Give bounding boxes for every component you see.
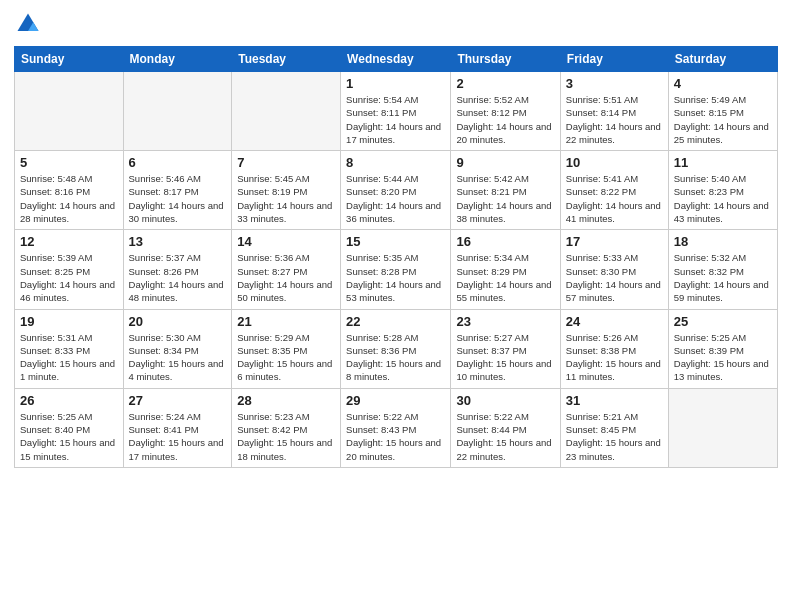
day-number: 30 — [456, 393, 554, 408]
day-info: Sunrise: 5:48 AM Sunset: 8:16 PM Dayligh… — [20, 172, 118, 225]
calendar-cell: 11Sunrise: 5:40 AM Sunset: 8:23 PM Dayli… — [668, 151, 777, 230]
day-info: Sunrise: 5:32 AM Sunset: 8:32 PM Dayligh… — [674, 251, 772, 304]
day-number: 31 — [566, 393, 663, 408]
calendar-cell: 19Sunrise: 5:31 AM Sunset: 8:33 PM Dayli… — [15, 309, 124, 388]
weekday-header-friday: Friday — [560, 47, 668, 72]
weekday-header-wednesday: Wednesday — [341, 47, 451, 72]
calendar-cell: 23Sunrise: 5:27 AM Sunset: 8:37 PM Dayli… — [451, 309, 560, 388]
calendar-cell: 10Sunrise: 5:41 AM Sunset: 8:22 PM Dayli… — [560, 151, 668, 230]
calendar-table: SundayMondayTuesdayWednesdayThursdayFrid… — [14, 46, 778, 468]
day-number: 9 — [456, 155, 554, 170]
calendar-cell: 21Sunrise: 5:29 AM Sunset: 8:35 PM Dayli… — [232, 309, 341, 388]
weekday-header-row: SundayMondayTuesdayWednesdayThursdayFrid… — [15, 47, 778, 72]
calendar-cell — [15, 72, 124, 151]
day-number: 7 — [237, 155, 335, 170]
day-number: 4 — [674, 76, 772, 91]
day-number: 21 — [237, 314, 335, 329]
calendar-cell: 6Sunrise: 5:46 AM Sunset: 8:17 PM Daylig… — [123, 151, 232, 230]
day-number: 22 — [346, 314, 445, 329]
day-info: Sunrise: 5:46 AM Sunset: 8:17 PM Dayligh… — [129, 172, 227, 225]
day-info: Sunrise: 5:21 AM Sunset: 8:45 PM Dayligh… — [566, 410, 663, 463]
day-number: 19 — [20, 314, 118, 329]
day-number: 26 — [20, 393, 118, 408]
calendar-cell: 15Sunrise: 5:35 AM Sunset: 8:28 PM Dayli… — [341, 230, 451, 309]
day-info: Sunrise: 5:41 AM Sunset: 8:22 PM Dayligh… — [566, 172, 663, 225]
calendar-cell: 27Sunrise: 5:24 AM Sunset: 8:41 PM Dayli… — [123, 388, 232, 467]
day-number: 18 — [674, 234, 772, 249]
calendar-cell: 9Sunrise: 5:42 AM Sunset: 8:21 PM Daylig… — [451, 151, 560, 230]
day-number: 6 — [129, 155, 227, 170]
day-info: Sunrise: 5:42 AM Sunset: 8:21 PM Dayligh… — [456, 172, 554, 225]
calendar-cell: 29Sunrise: 5:22 AM Sunset: 8:43 PM Dayli… — [341, 388, 451, 467]
day-number: 11 — [674, 155, 772, 170]
day-info: Sunrise: 5:36 AM Sunset: 8:27 PM Dayligh… — [237, 251, 335, 304]
week-row-1: 1Sunrise: 5:54 AM Sunset: 8:11 PM Daylig… — [15, 72, 778, 151]
day-number: 20 — [129, 314, 227, 329]
day-info: Sunrise: 5:33 AM Sunset: 8:30 PM Dayligh… — [566, 251, 663, 304]
calendar-cell: 25Sunrise: 5:25 AM Sunset: 8:39 PM Dayli… — [668, 309, 777, 388]
day-number: 28 — [237, 393, 335, 408]
day-info: Sunrise: 5:44 AM Sunset: 8:20 PM Dayligh… — [346, 172, 445, 225]
day-info: Sunrise: 5:31 AM Sunset: 8:33 PM Dayligh… — [20, 331, 118, 384]
calendar-cell: 2Sunrise: 5:52 AM Sunset: 8:12 PM Daylig… — [451, 72, 560, 151]
day-number: 1 — [346, 76, 445, 91]
calendar-cell: 26Sunrise: 5:25 AM Sunset: 8:40 PM Dayli… — [15, 388, 124, 467]
day-info: Sunrise: 5:51 AM Sunset: 8:14 PM Dayligh… — [566, 93, 663, 146]
day-info: Sunrise: 5:37 AM Sunset: 8:26 PM Dayligh… — [129, 251, 227, 304]
calendar-cell: 1Sunrise: 5:54 AM Sunset: 8:11 PM Daylig… — [341, 72, 451, 151]
calendar-cell: 31Sunrise: 5:21 AM Sunset: 8:45 PM Dayli… — [560, 388, 668, 467]
calendar-cell — [123, 72, 232, 151]
day-info: Sunrise: 5:25 AM Sunset: 8:40 PM Dayligh… — [20, 410, 118, 463]
day-number: 25 — [674, 314, 772, 329]
calendar-cell: 24Sunrise: 5:26 AM Sunset: 8:38 PM Dayli… — [560, 309, 668, 388]
day-number: 8 — [346, 155, 445, 170]
calendar-cell: 8Sunrise: 5:44 AM Sunset: 8:20 PM Daylig… — [341, 151, 451, 230]
day-number: 16 — [456, 234, 554, 249]
day-info: Sunrise: 5:30 AM Sunset: 8:34 PM Dayligh… — [129, 331, 227, 384]
calendar-cell: 14Sunrise: 5:36 AM Sunset: 8:27 PM Dayli… — [232, 230, 341, 309]
day-number: 10 — [566, 155, 663, 170]
day-info: Sunrise: 5:23 AM Sunset: 8:42 PM Dayligh… — [237, 410, 335, 463]
day-info: Sunrise: 5:27 AM Sunset: 8:37 PM Dayligh… — [456, 331, 554, 384]
day-info: Sunrise: 5:25 AM Sunset: 8:39 PM Dayligh… — [674, 331, 772, 384]
day-info: Sunrise: 5:54 AM Sunset: 8:11 PM Dayligh… — [346, 93, 445, 146]
day-info: Sunrise: 5:22 AM Sunset: 8:44 PM Dayligh… — [456, 410, 554, 463]
day-number: 23 — [456, 314, 554, 329]
weekday-header-thursday: Thursday — [451, 47, 560, 72]
day-info: Sunrise: 5:26 AM Sunset: 8:38 PM Dayligh… — [566, 331, 663, 384]
day-number: 29 — [346, 393, 445, 408]
week-row-3: 12Sunrise: 5:39 AM Sunset: 8:25 PM Dayli… — [15, 230, 778, 309]
weekday-header-saturday: Saturday — [668, 47, 777, 72]
page: SundayMondayTuesdayWednesdayThursdayFrid… — [0, 0, 792, 612]
logo — [14, 10, 46, 38]
day-info: Sunrise: 5:45 AM Sunset: 8:19 PM Dayligh… — [237, 172, 335, 225]
week-row-5: 26Sunrise: 5:25 AM Sunset: 8:40 PM Dayli… — [15, 388, 778, 467]
weekday-header-monday: Monday — [123, 47, 232, 72]
day-info: Sunrise: 5:24 AM Sunset: 8:41 PM Dayligh… — [129, 410, 227, 463]
calendar-cell: 12Sunrise: 5:39 AM Sunset: 8:25 PM Dayli… — [15, 230, 124, 309]
calendar-cell: 3Sunrise: 5:51 AM Sunset: 8:14 PM Daylig… — [560, 72, 668, 151]
logo-icon — [14, 10, 42, 38]
day-number: 14 — [237, 234, 335, 249]
day-info: Sunrise: 5:35 AM Sunset: 8:28 PM Dayligh… — [346, 251, 445, 304]
calendar-cell: 5Sunrise: 5:48 AM Sunset: 8:16 PM Daylig… — [15, 151, 124, 230]
day-info: Sunrise: 5:34 AM Sunset: 8:29 PM Dayligh… — [456, 251, 554, 304]
day-number: 13 — [129, 234, 227, 249]
calendar-cell: 20Sunrise: 5:30 AM Sunset: 8:34 PM Dayli… — [123, 309, 232, 388]
calendar-cell: 22Sunrise: 5:28 AM Sunset: 8:36 PM Dayli… — [341, 309, 451, 388]
day-info: Sunrise: 5:40 AM Sunset: 8:23 PM Dayligh… — [674, 172, 772, 225]
weekday-header-sunday: Sunday — [15, 47, 124, 72]
day-info: Sunrise: 5:49 AM Sunset: 8:15 PM Dayligh… — [674, 93, 772, 146]
day-number: 17 — [566, 234, 663, 249]
day-info: Sunrise: 5:39 AM Sunset: 8:25 PM Dayligh… — [20, 251, 118, 304]
calendar-cell — [668, 388, 777, 467]
calendar-cell: 30Sunrise: 5:22 AM Sunset: 8:44 PM Dayli… — [451, 388, 560, 467]
calendar-cell: 28Sunrise: 5:23 AM Sunset: 8:42 PM Dayli… — [232, 388, 341, 467]
weekday-header-tuesday: Tuesday — [232, 47, 341, 72]
day-number: 12 — [20, 234, 118, 249]
day-info: Sunrise: 5:52 AM Sunset: 8:12 PM Dayligh… — [456, 93, 554, 146]
day-info: Sunrise: 5:28 AM Sunset: 8:36 PM Dayligh… — [346, 331, 445, 384]
day-number: 24 — [566, 314, 663, 329]
day-number: 5 — [20, 155, 118, 170]
calendar-cell: 7Sunrise: 5:45 AM Sunset: 8:19 PM Daylig… — [232, 151, 341, 230]
